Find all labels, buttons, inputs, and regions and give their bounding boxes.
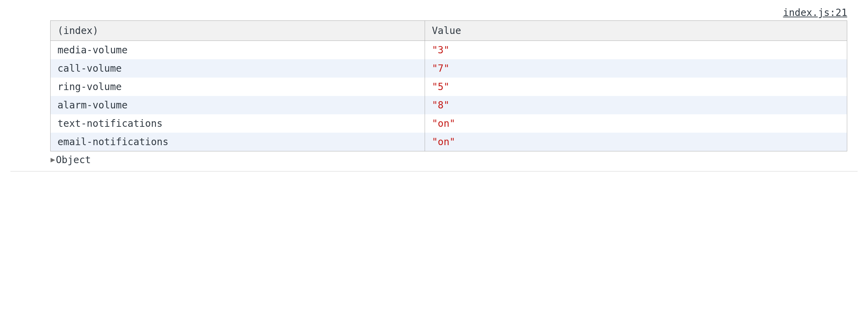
column-header-index[interactable]: (index): [51, 21, 425, 41]
table-header-row: (index) Value: [51, 21, 847, 41]
string-literal: "5": [432, 81, 450, 92]
triangle-right-icon: ▶: [51, 156, 55, 164]
cell-index: ring-volume: [51, 78, 425, 96]
string-literal: "8": [432, 99, 450, 111]
object-expand-toggle[interactable]: ▶ Object: [10, 151, 858, 166]
console-output-container: index.js:21 (index) Value media-volume "…: [10, 7, 858, 171]
string-literal: "on": [432, 118, 455, 129]
column-header-value[interactable]: Value: [425, 21, 847, 41]
cell-value: "on": [425, 133, 847, 151]
console-table-wrapper: (index) Value media-volume "3" call-volu…: [10, 20, 858, 151]
table-row[interactable]: call-volume "7": [51, 59, 847, 78]
cell-index: media-volume: [51, 41, 425, 60]
cell-value: "on": [425, 114, 847, 133]
table-row[interactable]: text-notifications "on": [51, 114, 847, 133]
cell-index: call-volume: [51, 59, 425, 78]
string-literal: "3": [432, 44, 450, 56]
cell-value: "7": [425, 59, 847, 78]
table-row[interactable]: email-notifications "on": [51, 133, 847, 151]
object-summary-label: Object: [56, 154, 91, 166]
cell-value: "3": [425, 41, 847, 60]
cell-value: "8": [425, 96, 847, 114]
table-row[interactable]: alarm-volume "8": [51, 96, 847, 114]
string-literal: "7": [432, 63, 450, 74]
cell-index: alarm-volume: [51, 96, 425, 114]
cell-index: email-notifications: [51, 133, 425, 151]
cell-value: "5": [425, 78, 847, 96]
console-table: (index) Value media-volume "3" call-volu…: [50, 20, 847, 151]
table-row[interactable]: media-volume "3": [51, 41, 847, 60]
source-file-link[interactable]: index.js:21: [783, 7, 847, 18]
table-row[interactable]: ring-volume "5": [51, 78, 847, 96]
console-divider: [10, 171, 858, 171]
source-link-container: index.js:21: [10, 7, 858, 20]
string-literal: "on": [432, 136, 455, 148]
cell-index: text-notifications: [51, 114, 425, 133]
